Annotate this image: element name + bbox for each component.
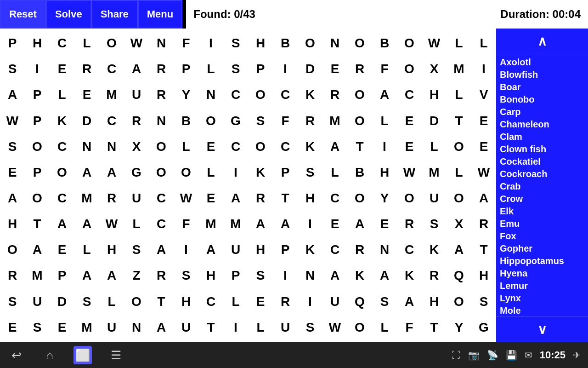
grid-cell[interactable]: N (124, 315, 149, 340)
grid-cell[interactable]: C (273, 82, 298, 108)
grid-cell[interactable]: H (422, 289, 447, 315)
word-list-item[interactable]: Clam (500, 131, 584, 143)
word-list-item[interactable]: Hyena (500, 267, 584, 280)
grid-cell[interactable]: S (174, 263, 198, 288)
grid-cell[interactable]: L (372, 315, 397, 340)
grid-cell[interactable]: E (322, 56, 347, 82)
grid-cell[interactable]: K (248, 160, 273, 185)
grid-cell[interactable]: S (74, 289, 99, 315)
grid-cell[interactable]: B (347, 160, 372, 185)
word-list-item[interactable]: Gopher (500, 242, 584, 255)
grid-cell[interactable]: X (124, 134, 149, 160)
grid-cell[interactable]: M (223, 211, 248, 237)
grid-cell[interactable]: O (50, 160, 74, 185)
back-nav-icon[interactable]: ↩ (7, 346, 26, 364)
grid-cell[interactable]: U (124, 82, 149, 108)
grid-cell[interactable]: A (0, 82, 25, 108)
grid-cell[interactable]: K (50, 108, 74, 133)
grid-cell[interactable]: D (74, 108, 99, 133)
grid-cell[interactable]: I (223, 315, 248, 340)
grid-cell[interactable]: A (149, 315, 174, 340)
grid-cell[interactable]: A (322, 134, 347, 160)
grid-cell[interactable]: P (25, 160, 50, 185)
grid-cell[interactable]: T (447, 108, 471, 133)
recent-nav-icon[interactable]: ⬜ (74, 346, 92, 364)
grid-cell[interactable]: A (50, 211, 74, 237)
menu-nav-icon[interactable]: ☰ (107, 346, 125, 364)
grid-cell[interactable]: O (347, 30, 372, 56)
grid-cell[interactable]: M (99, 82, 124, 108)
grid-cell[interactable]: W (0, 108, 25, 133)
grid-cell[interactable]: A (149, 237, 174, 263)
grid-cell[interactable]: O (397, 30, 422, 56)
grid-cell[interactable]: T (273, 185, 298, 211)
grid-cell[interactable]: O (347, 185, 372, 211)
grid-cell[interactable]: S (25, 315, 50, 340)
airplane-nav-icon[interactable]: ✈ (573, 350, 581, 361)
home-nav-icon[interactable]: ⌂ (40, 346, 59, 364)
grid-cell[interactable]: R (347, 237, 372, 263)
grid-cell[interactable]: M (422, 160, 447, 185)
grid-cell[interactable]: R (422, 263, 447, 288)
grid-cell[interactable]: E (198, 185, 223, 211)
grid-cell[interactable]: O (248, 134, 273, 160)
grid-cell[interactable]: T (422, 315, 447, 340)
grid-cell[interactable]: L (174, 134, 198, 160)
grid-cell[interactable]: T (198, 315, 223, 340)
grid-cell[interactable]: E (50, 56, 74, 82)
grid-cell[interactable]: L (198, 160, 223, 185)
grid-cell[interactable]: F (174, 30, 198, 56)
grid-cell[interactable]: E (0, 160, 25, 185)
grid-cell[interactable]: M (447, 56, 471, 82)
grid-cell[interactable]: L (372, 108, 397, 133)
word-list-item[interactable]: Lynx (500, 292, 584, 305)
grid-cell[interactable]: Y (372, 185, 397, 211)
grid-cell[interactable]: O (347, 108, 372, 133)
grid-cell[interactable]: C (273, 134, 298, 160)
grid-cell[interactable]: O (248, 82, 273, 108)
grid-cell[interactable]: L (198, 56, 223, 82)
grid-cell[interactable]: R (471, 211, 496, 237)
grid-cell[interactable]: A (198, 237, 223, 263)
grid-cell[interactable]: P (273, 160, 298, 185)
reset-button[interactable]: Reset (0, 0, 46, 29)
grid-cell[interactable]: R (273, 289, 298, 315)
grid-cell[interactable]: R (149, 56, 174, 82)
grid-cell[interactable]: H (248, 237, 273, 263)
grid-cell[interactable]: V (471, 82, 496, 108)
grid-cell[interactable]: P (25, 82, 50, 108)
grid-cell[interactable]: P (248, 56, 273, 82)
grid-cell[interactable]: F (372, 56, 397, 82)
grid-cell[interactable]: I (273, 263, 298, 288)
grid-cell[interactable]: I (471, 56, 496, 82)
grid-cell[interactable]: C (99, 108, 124, 133)
grid-cell[interactable]: S (248, 263, 273, 288)
grid-cell[interactable]: L (248, 315, 273, 340)
grid-cell[interactable]: R (248, 185, 273, 211)
grid-cell[interactable]: E (74, 82, 99, 108)
grid-cell[interactable]: O (397, 56, 422, 82)
grid-cell[interactable]: C (322, 237, 347, 263)
grid-cell[interactable]: R (99, 185, 124, 211)
grid-cell[interactable]: O (397, 185, 422, 211)
grid-cell[interactable]: T (347, 134, 372, 160)
grid-cell[interactable]: O (447, 185, 471, 211)
grid-cell[interactable]: B (174, 108, 198, 133)
grid-cell[interactable]: M (74, 315, 99, 340)
grid-cell[interactable]: C (50, 185, 74, 211)
sd-nav-icon[interactable]: 💾 (506, 350, 517, 361)
grid-cell[interactable]: P (273, 237, 298, 263)
grid-cell[interactable]: W (99, 211, 124, 237)
grid-cell[interactable]: Y (447, 315, 471, 340)
grid-cell[interactable]: L (124, 211, 149, 237)
grid-cell[interactable]: U (99, 315, 124, 340)
grid-cell[interactable]: K (298, 134, 322, 160)
grid-cell[interactable]: W (397, 160, 422, 185)
fullscreen-nav-icon[interactable]: ⛶ (452, 350, 461, 361)
grid-cell[interactable]: A (74, 211, 99, 237)
grid-cell[interactable]: O (298, 30, 322, 56)
grid-cell[interactable]: G (124, 160, 149, 185)
grid-cell[interactable]: E (0, 315, 25, 340)
grid-cell[interactable]: U (422, 185, 447, 211)
word-list-item[interactable]: Boar (500, 81, 584, 93)
